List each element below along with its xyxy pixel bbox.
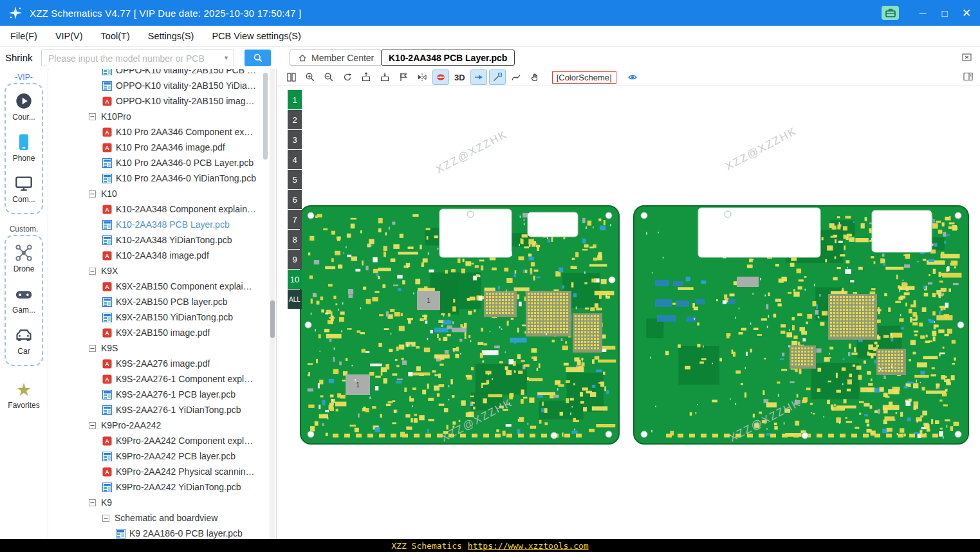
tab-member-center[interactable]: Member Center bbox=[290, 50, 382, 66]
tree-file-row[interactable]: AK9S-2AA276 image.pdf bbox=[49, 356, 276, 371]
zoom-in-icon[interactable] bbox=[302, 70, 318, 84]
layer-button-1[interactable]: 1 bbox=[288, 90, 302, 109]
layer-button-6[interactable]: 6 bbox=[288, 190, 302, 209]
layer-button-4[interactable]: 4 bbox=[288, 150, 302, 169]
red-overlay-icon[interactable] bbox=[433, 70, 448, 84]
collapse-minus-icon[interactable] bbox=[89, 268, 96, 275]
tree-file-row[interactable]: K10 Pro 2AA346-0 PCB Layer.pcb bbox=[49, 155, 276, 170]
collapse-minus-icon[interactable] bbox=[102, 515, 109, 522]
tree-group-row[interactable]: K9Pro-2AA242 bbox=[49, 418, 276, 433]
search-button[interactable] bbox=[245, 50, 271, 66]
rail-item-course[interactable]: Cour... bbox=[12, 92, 35, 122]
tree-file-row[interactable]: K9S-2AA276-1 YiDianTong.pcb bbox=[49, 402, 276, 418]
pcb-canvas[interactable]: 11XZZ@XZZHKXZZ@XZZHKXZZ@XZZHKXZZ@XZZHK 1… bbox=[277, 87, 980, 539]
rail-item-game[interactable]: Gam... bbox=[12, 285, 35, 315]
tree-file-row[interactable]: K9S-2AA276-1 PCB layer.pcb bbox=[49, 387, 276, 402]
tree-file-row[interactable]: AOPPO-K10 vitality-2AB150 image.p... bbox=[49, 93, 276, 109]
export-box-icon[interactable] bbox=[358, 70, 374, 84]
rail-item-computer[interactable]: Com... bbox=[12, 174, 35, 204]
import-box-icon[interactable] bbox=[377, 70, 393, 84]
menu-tool[interactable]: Tool(T) bbox=[101, 31, 130, 41]
tree-group-row[interactable]: K9 bbox=[49, 495, 276, 510]
close-button[interactable]: ✕ bbox=[956, 0, 977, 26]
tree-file-row[interactable]: K9X-2AB150 PCB layer.pcb bbox=[49, 294, 276, 309]
tree-group-row[interactable]: K9X bbox=[49, 263, 276, 279]
tree-file-row[interactable]: AK9Pro-2AA242 Component explain... bbox=[49, 433, 276, 448]
tree-file-row[interactable]: AK10-2AA348 Component explain.p... bbox=[49, 201, 276, 217]
tree-file-row[interactable]: AK9X-2AB150 image.pdf bbox=[49, 325, 276, 340]
layer-button-2[interactable]: 2 bbox=[288, 110, 302, 129]
tree-group-row[interactable]: K10 bbox=[49, 186, 276, 201]
layer-button-3[interactable]: 3 bbox=[288, 130, 302, 149]
menu-file[interactable]: File(F) bbox=[10, 31, 37, 41]
tree-group-row[interactable]: K9S bbox=[49, 340, 276, 356]
tree-file-row[interactable]: AK9Pro-2AA242 Physical scanning i... bbox=[49, 464, 276, 479]
flag-icon[interactable] bbox=[396, 70, 411, 84]
tree-file-row[interactable]: K10 Pro 2AA346-0 YiDianTong.pcb bbox=[49, 170, 276, 186]
tree-file-row[interactable]: OPPO-K10 vitality-2AB150 YiDianT... bbox=[49, 78, 276, 93]
flip-horizontal-icon[interactable] bbox=[414, 70, 430, 84]
menu-vip[interactable]: VIP(V) bbox=[55, 31, 83, 41]
license-card-icon[interactable] bbox=[882, 6, 899, 20]
collapse-minus-icon[interactable] bbox=[89, 190, 96, 198]
tree-file-row[interactable]: AK10 Pro 2AA346 Component expla... bbox=[49, 124, 276, 140]
collapse-minus-icon[interactable] bbox=[89, 113, 96, 120]
pdf-file-icon: A bbox=[102, 467, 112, 477]
menu-settings[interactable]: Settings(S) bbox=[148, 31, 194, 41]
shrink-button[interactable]: Shrink bbox=[5, 52, 33, 63]
layer-button-all[interactable]: ALL bbox=[288, 290, 302, 309]
layer-button-5[interactable]: 5 bbox=[288, 170, 302, 189]
layer-button-8[interactable]: 8 bbox=[288, 230, 302, 249]
tree-scrollbar-thumb[interactable] bbox=[263, 73, 268, 160]
collapse-minus-icon[interactable] bbox=[89, 422, 96, 429]
tree-group-row[interactable]: K10Pro bbox=[49, 109, 276, 124]
pcb-file-icon bbox=[102, 297, 112, 307]
refresh-icon[interactable] bbox=[340, 70, 355, 84]
tree-file-row[interactable]: AK9S-2AA276-1 Component explain... bbox=[49, 371, 276, 387]
pdf-file-icon: A bbox=[102, 97, 112, 106]
curve-tool-icon[interactable] bbox=[508, 70, 524, 84]
tree-file-row[interactable]: AK10 Pro 2AA346 image.pdf bbox=[49, 140, 276, 155]
model-search-input[interactable] bbox=[47, 51, 225, 66]
panel-scrollbar-thumb[interactable] bbox=[270, 300, 275, 338]
model-search-box[interactable]: ▼ bbox=[41, 50, 234, 66]
minimize-button[interactable]: ─ bbox=[912, 0, 934, 26]
svg-text:A: A bbox=[105, 361, 109, 367]
next-arrow-icon[interactable] bbox=[471, 70, 486, 84]
rail-item-car[interactable]: Car bbox=[15, 326, 33, 356]
window-title: XZZ Schematics V4.77 [ VIP Due date: 202… bbox=[30, 8, 301, 19]
rail-item-phone[interactable]: Phone bbox=[13, 133, 35, 163]
status-link[interactable]: https://www.xzztools.com bbox=[468, 541, 589, 551]
close-tab-icon[interactable] bbox=[961, 52, 972, 62]
colorscheme-button[interactable]: [ColorScheme] bbox=[552, 71, 616, 84]
tree-file-row[interactable]: K9Pro-2AA242 PCB layer.pcb bbox=[49, 448, 276, 464]
tree-file-row[interactable]: K9 2AA186-0 PCB layer.pcb bbox=[49, 526, 276, 539]
pcb-file-icon bbox=[102, 483, 112, 492]
tree-file-row[interactable]: K10-2AA348 PCB Layer.pcb bbox=[49, 217, 276, 232]
tree-file-row[interactable]: K10-2AA348 YiDianTong.pcb bbox=[49, 232, 276, 248]
visibility-eye-icon[interactable] bbox=[625, 70, 640, 84]
menu-pcb-view-settings[interactable]: PCB View settings(S) bbox=[212, 31, 300, 41]
pan-hand-icon[interactable] bbox=[527, 70, 542, 84]
maximize-button[interactable]: □ bbox=[934, 0, 956, 26]
tree-file-row[interactable]: AK10-2AA348 image.pdf bbox=[49, 248, 276, 263]
split-view-icon[interactable] bbox=[284, 70, 299, 84]
tab-active-pcb[interactable]: K10-2AA348 PCB Layer.pcb bbox=[381, 50, 515, 66]
rail-item-drone[interactable]: Drone bbox=[14, 244, 35, 273]
layer-button-9[interactable]: 9 bbox=[288, 250, 302, 269]
tree-file-row[interactable]: K9Pro-2AA242 YiDianTong.pcb bbox=[49, 479, 276, 495]
measure-icon[interactable] bbox=[490, 70, 505, 84]
panel-toggle-icon[interactable] bbox=[963, 71, 974, 82]
layer-button-10[interactable]: 10 bbox=[288, 270, 302, 289]
collapse-minus-icon[interactable] bbox=[89, 345, 96, 352]
3d-view-button[interactable]: 3D bbox=[452, 73, 468, 82]
tree-group-row[interactable]: Schematic and boardview bbox=[49, 510, 276, 526]
favorites-button[interactable]: ★ Favorites bbox=[0, 382, 48, 410]
layer-button-7[interactable]: 7 bbox=[288, 210, 302, 229]
panel-scrollbar[interactable] bbox=[270, 69, 275, 539]
collapse-minus-icon[interactable] bbox=[89, 499, 96, 506]
zoom-out-icon[interactable] bbox=[321, 70, 337, 84]
tree-file-row[interactable]: AK9X-2AB150 Component explain.p... bbox=[49, 279, 276, 294]
tree-file-row[interactable]: OPPO-K10 vitality-2AB150 PCB lay... bbox=[49, 69, 276, 78]
tree-file-row[interactable]: K9X-2AB150 YiDianTong.pcb bbox=[49, 309, 276, 325]
